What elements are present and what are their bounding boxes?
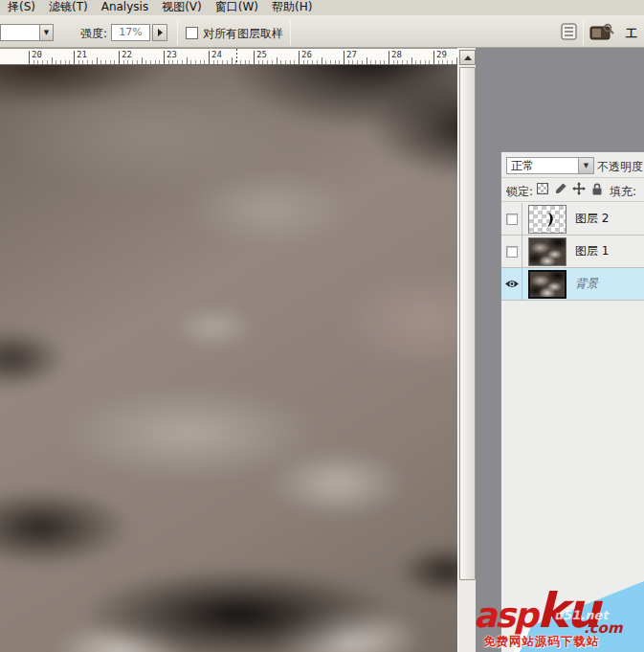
ruler-tick-label: 29 bbox=[436, 50, 447, 59]
ruler-tick-label: 23 bbox=[167, 50, 177, 59]
blend-mode-value[interactable]: 正常 bbox=[506, 157, 579, 174]
layer-thumbnail[interactable] bbox=[528, 205, 566, 234]
ruler-minor-tick bbox=[425, 60, 426, 64]
ruler-tick-label: 21 bbox=[77, 50, 87, 59]
layer-name[interactable]: 图层 1 bbox=[575, 243, 609, 259]
ruler-minor-tick bbox=[411, 57, 412, 64]
ruler-minor-tick bbox=[195, 60, 196, 64]
lock-transparency-icon[interactable] bbox=[537, 183, 548, 194]
eye-empty-well bbox=[506, 214, 518, 225]
strength-slider-button[interactable] bbox=[152, 24, 167, 41]
ruler-minor-tick bbox=[352, 60, 353, 64]
ruler-minor-tick bbox=[452, 60, 453, 64]
visibility-toggle[interactable] bbox=[501, 236, 522, 268]
eye-empty-well bbox=[506, 246, 518, 258]
tool-options-bar: ▼ 强度: 17% 对所有图层取样 工 bbox=[0, 15, 644, 48]
ruler-minor-tick bbox=[222, 60, 223, 64]
ruler-minor-tick bbox=[150, 60, 151, 64]
ruler-minor-tick bbox=[172, 60, 173, 64]
layer-row-background[interactable]: 背景 bbox=[501, 268, 644, 301]
ruler-minor-tick bbox=[438, 60, 439, 64]
scrollbar-up-button[interactable] bbox=[459, 50, 476, 65]
ruler-minor-tick bbox=[442, 60, 443, 64]
ruler-minor-tick bbox=[240, 60, 241, 64]
visibility-toggle[interactable] bbox=[501, 203, 522, 236]
ruler-minor-tick bbox=[447, 60, 448, 64]
ruler-minor-tick bbox=[97, 57, 98, 64]
layer-name[interactable]: 图层 2 bbox=[575, 211, 609, 227]
lock-all-icon[interactable] bbox=[591, 183, 603, 195]
go-to-bridge-icon[interactable] bbox=[589, 23, 614, 41]
ruler-tick-label: 26 bbox=[301, 50, 312, 59]
vertical-scrollbar[interactable] bbox=[457, 48, 476, 652]
document-canvas[interactable] bbox=[0, 65, 457, 652]
menu-view[interactable]: 视图(V) bbox=[155, 0, 209, 15]
scrollbar-thumb[interactable] bbox=[459, 67, 476, 580]
layer-thumbnail[interactable] bbox=[528, 237, 566, 266]
ruler-minor-tick bbox=[217, 60, 218, 64]
brush-preset-picker[interactable]: ▼ bbox=[0, 24, 54, 41]
ruler-minor-tick bbox=[105, 60, 106, 64]
chevron-down-icon[interactable]: ▼ bbox=[579, 157, 594, 174]
menu-help[interactable]: 帮助(H) bbox=[265, 0, 319, 15]
ruler-minor-tick bbox=[290, 60, 291, 64]
layer-row-layer1[interactable]: 图层 1 bbox=[501, 236, 644, 268]
ruler-minor-tick bbox=[52, 57, 53, 64]
workspace-button[interactable]: 工 bbox=[626, 25, 637, 42]
blend-mode-row: 正常 ▼ 不透明度: bbox=[501, 152, 644, 178]
chevron-down-icon[interactable]: ▼ bbox=[39, 24, 54, 41]
eye-icon bbox=[504, 279, 520, 289]
ruler-minor-tick bbox=[200, 60, 201, 64]
brush-stroke-mark bbox=[529, 206, 566, 234]
ruler-minor-tick bbox=[190, 60, 191, 64]
ruler-minor-tick bbox=[258, 60, 259, 64]
ruler-major-tick bbox=[389, 51, 389, 65]
strength-input[interactable]: 17% bbox=[111, 24, 150, 41]
ruler-minor-tick bbox=[227, 60, 228, 64]
menu-filter[interactable]: 滤镜(T) bbox=[42, 0, 95, 15]
layer-row-layer2[interactable]: 图层 2 bbox=[501, 203, 644, 236]
ruler-minor-tick bbox=[420, 60, 421, 64]
ruler-minor-tick bbox=[132, 60, 133, 64]
ruler-minor-tick bbox=[348, 60, 349, 64]
horizontal-ruler: 20212223242526272829 bbox=[0, 48, 457, 65]
layer-name[interactable]: 背景 bbox=[575, 276, 598, 292]
ruler-minor-tick bbox=[366, 57, 367, 64]
menu-window[interactable]: 窗口(W) bbox=[209, 0, 265, 15]
arrow-right-icon bbox=[158, 29, 163, 36]
sample-all-layers-checkbox[interactable] bbox=[186, 27, 198, 39]
ruler-minor-tick bbox=[65, 60, 66, 64]
fill-label: 填充: bbox=[610, 184, 636, 200]
layer-thumbnail[interactable] bbox=[528, 270, 566, 299]
ruler-minor-tick bbox=[249, 60, 250, 64]
ruler-minor-tick bbox=[100, 60, 101, 64]
ruler-minor-tick bbox=[277, 57, 278, 64]
ruler-minor-tick bbox=[415, 60, 416, 64]
ruler-major-tick bbox=[344, 51, 344, 65]
ruler-minor-tick bbox=[456, 57, 457, 64]
menu-analysis[interactable]: Analysis bbox=[95, 0, 155, 15]
lock-label: 锁定: bbox=[506, 184, 533, 200]
arrow-up-icon bbox=[464, 56, 472, 60]
separator bbox=[583, 20, 584, 45]
visibility-toggle[interactable] bbox=[501, 268, 522, 301]
ruler-minor-tick bbox=[407, 60, 408, 64]
ruler-minor-tick bbox=[60, 60, 61, 64]
brush-preset-field[interactable] bbox=[0, 24, 39, 41]
menu-select[interactable]: 择(S) bbox=[1, 0, 42, 15]
ruler-minor-tick bbox=[87, 60, 88, 64]
ruler-minor-tick bbox=[37, 60, 38, 64]
ruler-minor-tick bbox=[213, 60, 214, 64]
lock-paint-icon[interactable] bbox=[554, 183, 566, 195]
separator bbox=[290, 20, 291, 45]
palette-well-icon[interactable] bbox=[561, 23, 578, 40]
ruler-minor-tick bbox=[159, 60, 160, 64]
strength-label: 强度: bbox=[80, 25, 107, 42]
ruler-tick-label: 27 bbox=[346, 50, 357, 59]
ruler-tick-label: 28 bbox=[391, 50, 402, 59]
lock-position-icon[interactable] bbox=[572, 182, 586, 195]
ruler-minor-tick bbox=[339, 60, 340, 64]
blend-mode-dropdown[interactable]: 正常 ▼ bbox=[506, 157, 594, 174]
ruler-minor-tick bbox=[285, 60, 286, 64]
rock-texture-image bbox=[0, 65, 457, 652]
